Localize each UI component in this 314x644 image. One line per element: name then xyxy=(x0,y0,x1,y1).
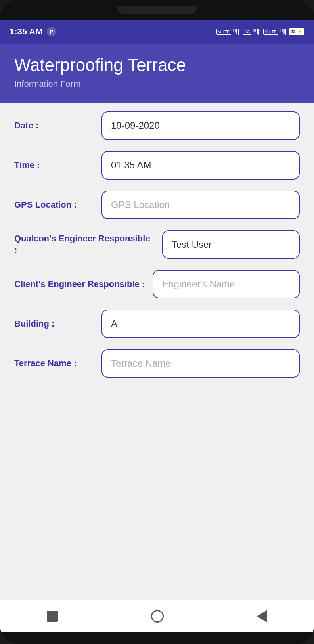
status-right: VoLTE 4G xyxy=(216,28,304,35)
terrace-name-label: Terrace Name : xyxy=(14,358,94,369)
form-area: Date : Time : GPS Location : Qualcon's E… xyxy=(0,103,314,600)
client-engineer-row: Client's Engineer Responsible : xyxy=(14,270,300,298)
terrace-name-input[interactable] xyxy=(101,349,300,378)
home-icon xyxy=(151,610,164,623)
building-row: Building : xyxy=(14,310,300,338)
back-button[interactable] xyxy=(257,610,267,623)
time-input[interactable] xyxy=(101,151,300,180)
terrace-name-row: Terrace Name : xyxy=(14,349,300,378)
phone-bottom xyxy=(0,632,314,644)
app-header: Waterproofing Terrace Information Form xyxy=(0,44,314,103)
page-subtitle: Information Form xyxy=(14,79,300,89)
home-button[interactable] xyxy=(151,610,164,623)
recent-icon xyxy=(47,611,58,622)
client-engineer-label: Client's Engineer Responsible : xyxy=(14,279,145,290)
4g-icon: 4G xyxy=(243,29,259,35)
bottom-nav xyxy=(0,600,314,632)
volte-icon-2: VoLTE xyxy=(263,29,286,35)
building-input[interactable] xyxy=(101,310,300,338)
recent-apps-button[interactable] xyxy=(47,611,58,622)
date-input[interactable] xyxy=(101,111,300,140)
qualcon-engineer-input[interactable] xyxy=(162,230,300,259)
battery-icon: 22 ⚡ xyxy=(289,28,304,35)
gps-label: GPS Location : xyxy=(14,199,94,211)
time-row: Time : xyxy=(14,151,300,180)
date-row: Date : xyxy=(14,111,300,140)
parking-icon: P xyxy=(47,27,56,36)
time-label: Time : xyxy=(14,160,94,171)
gps-input[interactable] xyxy=(101,191,300,219)
status-bar: 1:35 AM P VoLTE 4G xyxy=(0,20,314,44)
client-engineer-input[interactable] xyxy=(153,270,300,298)
status-time: 1:35 AM xyxy=(10,27,43,37)
back-icon xyxy=(257,610,267,623)
battery-bolt: ⚡ xyxy=(297,29,303,34)
qualcon-engineer-row: Qualcon's Engineer Responsible : xyxy=(14,230,300,259)
gps-row: GPS Location : xyxy=(14,191,300,219)
building-label: Building : xyxy=(14,318,94,330)
notch xyxy=(117,6,197,14)
status-left: 1:35 AM P xyxy=(10,27,56,37)
screen: 1:35 AM P VoLTE 4G xyxy=(0,20,314,632)
page-title: Waterproofing Terrace xyxy=(14,55,300,76)
phone-frame: 1:35 AM P VoLTE 4G xyxy=(0,0,314,644)
phone-top xyxy=(0,0,314,20)
qualcon-engineer-label: Qualcon's Engineer Responsible : xyxy=(14,233,154,256)
date-label: Date : xyxy=(14,120,94,132)
volte-icon-1: VoLTE xyxy=(216,29,239,35)
